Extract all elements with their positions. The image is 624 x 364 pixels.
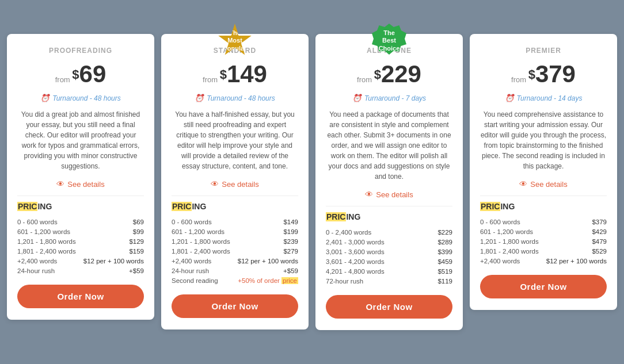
price-amount: 149 bbox=[227, 60, 267, 87]
card-title: STANDARD bbox=[172, 47, 298, 55]
price-table: 0 - 600 words $379 601 - 1,200 words $42… bbox=[480, 217, 607, 266]
price-row: +2,400 words $12 per + 100 words bbox=[480, 256, 607, 266]
price-row: 4,201 - 4,800 words $519 bbox=[326, 266, 452, 276]
divider bbox=[326, 206, 452, 206]
eye-icon: 👁 bbox=[211, 179, 219, 189]
price-row: 2,401 - 3,000 words $289 bbox=[326, 237, 452, 247]
price-row: 601 - 1,200 words $199 bbox=[172, 227, 298, 236]
clock-icon: ⏰ bbox=[40, 94, 50, 102]
card-all-in-one: TheBest Choice ALL IN ONE from $229 ⏰ Tu… bbox=[315, 34, 463, 330]
word-range-label: 1,201 - 1,800 words bbox=[172, 236, 234, 246]
word-range-label: +2,400 words bbox=[480, 256, 542, 266]
pricing-container: PROOFREADING from $69 ⏰ Turnaround - 48 … bbox=[7, 34, 617, 330]
price-from-label: from bbox=[55, 75, 73, 84]
see-details-link[interactable]: 👁 See details bbox=[172, 179, 298, 189]
price-row-display: from $69 bbox=[17, 60, 144, 88]
price-value: $459 bbox=[427, 256, 452, 266]
see-details-link[interactable]: 👁 See details bbox=[326, 190, 452, 199]
price-value: +50% of order price bbox=[234, 275, 298, 285]
card-description: You need comprehensive assistance to sta… bbox=[480, 109, 607, 171]
price-value: $239 bbox=[234, 236, 298, 246]
price-table: 0 - 2,400 words $229 2,401 - 3,000 words… bbox=[326, 227, 452, 286]
price-row: 601 - 1,200 words $429 bbox=[480, 227, 607, 236]
price-value: $119 bbox=[427, 276, 452, 286]
price-row-display: from $229 bbox=[326, 60, 452, 88]
price-dollar-sign: $ bbox=[220, 67, 227, 82]
order-button[interactable]: Order Now bbox=[480, 275, 607, 298]
turnaround-info: ⏰ Turnaround - 48 hours bbox=[17, 94, 144, 102]
price-dollar-sign: $ bbox=[72, 67, 79, 82]
price-amount: 229 bbox=[381, 60, 421, 87]
order-button[interactable]: Order Now bbox=[172, 294, 298, 318]
price-row: 0 - 600 words $149 bbox=[172, 217, 298, 227]
price-dollar-sign: $ bbox=[528, 67, 535, 82]
divider bbox=[172, 196, 298, 196]
card-proofreading: PROOFREADING from $69 ⏰ Turnaround - 48 … bbox=[7, 34, 154, 320]
price-value: $379 bbox=[542, 217, 607, 227]
price-row-display: from $379 bbox=[480, 60, 607, 88]
pricing-suffix: ING bbox=[192, 202, 206, 211]
pricing-label: PRICING bbox=[480, 202, 607, 211]
word-range-label: 24-hour rush bbox=[17, 266, 79, 275]
word-range-label: 601 - 1,200 words bbox=[17, 227, 79, 236]
card-description: You did a great job and almost finished … bbox=[17, 109, 144, 171]
price-row: 0 - 600 words $69 bbox=[17, 217, 144, 227]
see-details-link[interactable]: 👁 See details bbox=[480, 179, 607, 189]
price-row: 3,601 - 4,200 words $459 bbox=[326, 256, 452, 266]
word-range-label: Second reading bbox=[172, 275, 234, 285]
price-row: +2,400 words $12 per + 100 words bbox=[17, 256, 144, 266]
pricing-label: PRICING bbox=[17, 202, 144, 211]
see-details-label: See details bbox=[530, 180, 567, 189]
word-range-label: 601 - 1,200 words bbox=[480, 227, 542, 236]
price-row: 24-hour rush +$59 bbox=[172, 266, 298, 275]
turnaround-info: ⏰ Turnaround - 48 hours bbox=[172, 94, 298, 102]
price-value: $129 bbox=[79, 236, 144, 246]
word-range-label: +2,400 words bbox=[17, 256, 79, 266]
word-range-label: +2,400 words bbox=[172, 256, 234, 266]
price-row: 0 - 2,400 words $229 bbox=[326, 227, 452, 237]
word-range-label: 3,001 - 3,600 words bbox=[326, 247, 427, 256]
price-row: 601 - 1,200 words $99 bbox=[17, 227, 144, 236]
card-description: You have a half-finished essay, but you … bbox=[172, 109, 298, 171]
turnaround-info: ⏰ Turnaround - 14 days bbox=[480, 94, 607, 102]
word-range-label: 0 - 600 words bbox=[17, 217, 79, 227]
word-range-label: 0 - 2,400 words bbox=[326, 227, 427, 237]
price-row: 1,801 - 2,400 words $159 bbox=[17, 246, 144, 256]
price-value: $279 bbox=[234, 246, 298, 256]
word-range-label: 1,801 - 2,400 words bbox=[480, 246, 542, 256]
price-row: 1,201 - 1,800 words $479 bbox=[480, 236, 607, 246]
price-row-display: from $149 bbox=[172, 60, 298, 88]
word-range-label: 0 - 600 words bbox=[172, 217, 234, 227]
clock-icon: ⏰ bbox=[505, 94, 514, 102]
price-value: $12 per + 100 words bbox=[542, 256, 607, 266]
see-details-label: See details bbox=[67, 180, 104, 189]
divider bbox=[17, 196, 144, 196]
word-range-label: 0 - 600 words bbox=[480, 217, 542, 227]
price-value: $479 bbox=[542, 236, 607, 246]
price-row: 1,801 - 2,400 words $529 bbox=[480, 246, 607, 256]
price-table: 0 - 600 words $149 601 - 1,200 words $19… bbox=[172, 217, 298, 285]
see-details-link[interactable]: 👁 See details bbox=[17, 179, 144, 189]
clock-icon: ⏰ bbox=[352, 94, 362, 102]
see-details-label: See details bbox=[376, 190, 413, 199]
price-value: $99 bbox=[79, 227, 144, 236]
word-range-label: 1,201 - 1,800 words bbox=[17, 236, 79, 246]
price-value: $399 bbox=[427, 247, 452, 256]
order-button[interactable]: Order Now bbox=[326, 295, 452, 319]
price-row: 3,001 - 3,600 words $399 bbox=[326, 247, 452, 256]
price-value: $149 bbox=[234, 217, 298, 227]
price-row: 0 - 600 words $379 bbox=[480, 217, 607, 227]
pricing-highlight: PRIC bbox=[326, 212, 346, 221]
price-amount: 69 bbox=[79, 60, 106, 87]
price-row: Second reading +50% of order price bbox=[172, 275, 298, 285]
order-button[interactable]: Order Now bbox=[17, 285, 144, 308]
price-value: $519 bbox=[427, 266, 452, 276]
card-title: PREMIER bbox=[480, 47, 607, 55]
clock-icon: ⏰ bbox=[195, 94, 204, 102]
price-value: $12 per + 100 words bbox=[234, 256, 298, 266]
pricing-highlight: PRIC bbox=[480, 202, 500, 211]
pricing-suffix: ING bbox=[500, 202, 515, 211]
price-value: +$59 bbox=[234, 266, 298, 275]
price-value: $199 bbox=[234, 227, 298, 236]
pricing-label: PRICING bbox=[326, 212, 452, 221]
